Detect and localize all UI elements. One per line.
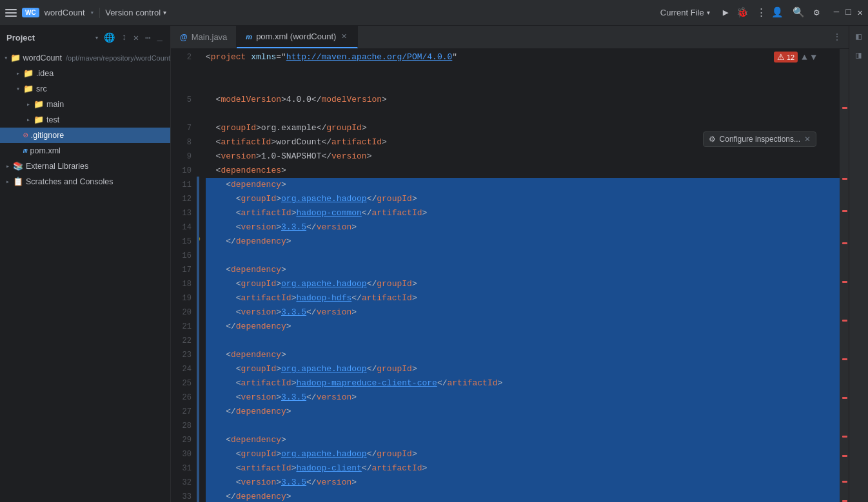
close-button[interactable]: ✕ [858,7,863,18]
scroll-down-icon[interactable]: ▼ [811,52,816,63]
debug-icon[interactable]: 🐞 [736,6,749,19]
sidebar-expand-icon[interactable]: ↕ [120,31,128,44]
line-num-26: 26 [176,391,192,405]
line-num-20: 20 [176,305,192,320]
error-indicator-10 [842,455,847,457]
error-indicator-1 [842,107,847,109]
inlay-popup: ⚙ Configure inspections... ✕ [703,131,816,147]
code-line-25: <artifactId>hadoop-mapreduce-client-core… [206,376,840,391]
settings-icon[interactable]: ⚙ [814,6,820,19]
scroll-indicators [840,49,849,502]
maximize-button[interactable]: □ [845,7,851,18]
tab-pom-xml[interactable]: m pom.xml (wordCount) ✕ [237,26,358,48]
inlay-popup-close[interactable]: ✕ [804,135,811,144]
pom-icon: m [23,147,28,155]
user-icon[interactable]: 👤 [771,6,784,19]
code-line-14: <version>3.3.5</version> [206,220,840,235]
code-area[interactable]: <project xmlns="http://maven.apache.org/… [199,49,840,502]
sidebar: Project ▾ 🌐 ↕ ✕ ⋯ _ 📁 wordCount /opt/mav… [0,26,171,502]
divider [99,8,100,18]
more-options-icon[interactable]: ⋮ [756,6,766,19]
arrow-scratches [3,178,13,186]
line-num-2: 2 [176,50,192,64]
line-num-22: 22 [176,334,192,348]
code-line-32: <version>3.3.5</version> [206,476,840,490]
tree-label-external-libraries: External Libraries [26,162,88,171]
line-num-23: 23 [176,348,192,362]
tab-label-pom-xml: pom.xml (wordCount) [256,32,336,41]
bulb-icon[interactable]: 💡 [199,235,202,249]
code-line-26: <version>3.3.5</version> [206,391,840,405]
sidebar-minimize-icon[interactable]: _ [156,31,164,44]
tree-item-idea[interactable]: 📁 .idea [0,66,170,81]
version-control-chevron: ▾ [163,9,166,16]
error-indicator-8 [842,397,847,399]
error-indicator-7 [842,358,847,360]
current-file-label: Current File [660,8,704,17]
tab-main-java[interactable]: @ Main.java [171,26,237,48]
hamburger-menu-icon[interactable] [5,7,17,19]
tree-label-test: test [46,115,59,124]
error-indicator-4 [842,242,847,244]
code-line-30: <groupId>org.apache.hadoop</groupId> [206,447,840,461]
tree-label-idea: .idea [36,69,54,78]
scroll-up-icon[interactable]: ▲ [802,52,807,63]
line-num-33: 33 [176,490,192,502]
version-control-btn[interactable]: Version control ▾ [105,8,166,17]
tab-label-main-java: Main.java [192,32,228,42]
current-file-chevron: ▾ [707,9,710,16]
tab-settings-icon[interactable]: ⋮ [831,30,843,44]
line-num-11: 11 [176,178,192,192]
line-num-19: 19 [176,291,192,305]
project-badge: WC [22,8,39,17]
folder-icon-main: 📁 [34,99,44,110]
tree-item-main[interactable]: 📁 main [0,97,170,112]
code-line-28 [206,419,840,433]
code-line-3 [206,64,840,79]
sidebar-header-icons: 🌐 ↕ ✕ ⋯ _ [103,31,164,44]
version-control-label: Version control [105,8,161,17]
tree-item-wordcount[interactable]: 📁 wordCount /opt/maven/repository/wordCo… [0,50,170,66]
inlay-popup-icon: ⚙ [709,135,716,144]
tree-item-scratches[interactable]: 📋 Scratches and Consoles [0,174,170,189]
folder-icon-test: 📁 [34,115,44,125]
tree-label-pom: pom.xml [30,146,61,155]
error-count: 12 [787,53,794,61]
line-numbers: 2 5 7 8 9 10 11 12 13 14 15 16 17 18 19 … [171,49,197,502]
line-num-3 [176,64,192,79]
line-num-30: 30 [176,447,192,461]
code-line-22 [206,334,840,348]
sidebar-gear-icon[interactable]: ⋯ [144,31,152,44]
sidebar-globe-icon[interactable]: 🌐 [103,31,116,44]
tree-item-test[interactable]: 📁 test [0,112,170,128]
error-indicator-9 [842,436,847,438]
tree-item-gitignore[interactable]: ⊘ .gitignore [0,128,170,143]
run-icon[interactable]: ▶ [723,6,729,19]
title-bar-left: WC wordCount ▾ Version control ▾ [5,7,650,19]
project-name[interactable]: wordCount [44,8,85,17]
tree-label-scratches: Scratches and Consoles [26,177,113,186]
code-line-33: </dependency> [206,490,840,502]
code-line-24: <groupId>org.apache.hadoop</groupId> [206,362,840,376]
line-num-4 [176,79,192,93]
code-line-10: <dependencies> [206,164,840,178]
tree-item-src[interactable]: 📁 src [0,81,170,97]
tab-close-pom-xml[interactable]: ✕ [340,32,348,41]
line-num-13: 13 [176,206,192,220]
editor: ⚠ 12 ▲ ▼ ⚙ Configure inspections... ✕ 2 … [171,49,849,502]
sidebar-header: Project ▾ 🌐 ↕ ✕ ⋯ _ [0,26,170,49]
right-toolbar-icon-2[interactable]: ◨ [856,50,861,61]
line-num-6 [176,107,192,121]
gitignore-icon: ⊘ [23,130,28,140]
right-toolbar-icon-1[interactable]: ◧ [856,31,861,42]
line-num-8: 8 [176,135,192,150]
tree-item-external-libraries[interactable]: 📚 External Libraries [0,159,170,174]
current-file-button[interactable]: Current File ▾ [655,5,715,20]
line-num-16: 16 [176,249,192,263]
window-controls: ─ □ ✕ [834,7,863,18]
minimize-button[interactable]: ─ [834,7,839,18]
tree-item-pom[interactable]: m pom.xml [0,143,170,159]
sidebar-close-icon[interactable]: ✕ [132,31,140,44]
search-icon[interactable]: 🔍 [793,6,805,19]
line-num-18: 18 [176,277,192,291]
